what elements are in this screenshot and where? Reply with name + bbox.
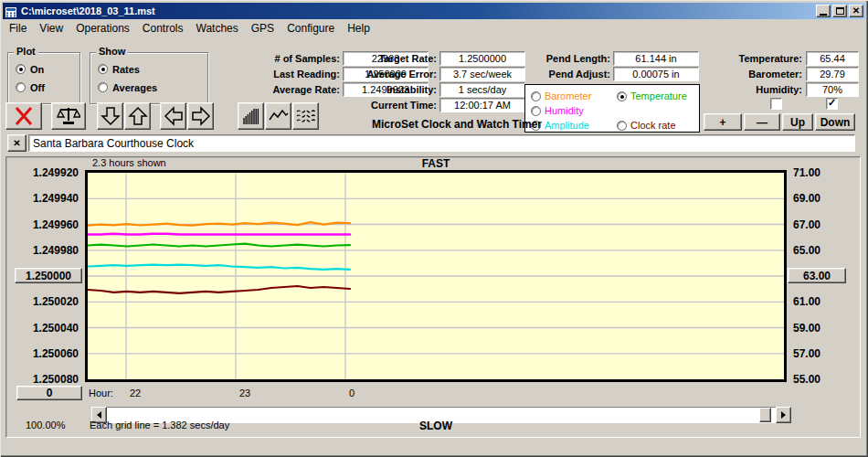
average-view-button[interactable] (292, 102, 319, 130)
minimize-button[interactable] (816, 5, 831, 17)
menu-gps[interactable]: GPS (245, 21, 281, 36)
menu-watches[interactable]: Watches (190, 21, 245, 36)
minimize-icon (820, 14, 827, 16)
humidity-label: Humidity: (708, 82, 802, 97)
radio-icon[interactable] (16, 82, 26, 92)
axis-tick-label: 1.250080 (7, 373, 79, 386)
show-group-title: Show (96, 46, 128, 57)
pend-adjust-label: Pend Adjust: (516, 67, 610, 81)
histogram-view-button[interactable] (238, 102, 264, 130)
balance-button[interactable] (51, 102, 86, 130)
menu-configure[interactable]: Configure (281, 21, 341, 36)
hour-tick-label: 23 (239, 388, 250, 399)
show-averages-radio[interactable]: Averages (98, 81, 157, 93)
chart-frame (85, 170, 787, 382)
axis-tick-label: 1.250060 (7, 347, 79, 360)
plot-on-radio[interactable]: On (16, 63, 44, 75)
zoom-level: 100.00% (26, 420, 65, 430)
left-axis-highlight-button[interactable]: 1.250000 (15, 268, 82, 283)
sensor-checkbox-2[interactable] (826, 98, 838, 110)
instability-label: Instability: (343, 82, 437, 97)
close-icon: ✕ (852, 6, 860, 16)
current-time-value: 12:00:17 AM (439, 98, 525, 112)
series-humidity-line (88, 234, 350, 235)
hour-axis-label: Hour: (89, 388, 113, 399)
pend-length-value: 61.144 in (613, 51, 699, 66)
target-rate-value: 1.2500000 (439, 51, 525, 66)
menu-operations[interactable]: Operations (69, 21, 136, 36)
series-amplitude-line (88, 265, 350, 270)
trace-option-label: Clock rate (630, 120, 676, 131)
left-triangle-icon (97, 411, 101, 419)
trace-option-label: Temperature (630, 90, 687, 101)
shift-down-button[interactable] (97, 102, 123, 130)
plus-button[interactable]: + (704, 113, 742, 131)
radio-icon[interactable] (16, 64, 26, 74)
hollow-down-arrow-icon (101, 105, 121, 127)
series-clock-rate-line (88, 286, 350, 293)
plot-group-title: Plot (14, 46, 38, 57)
menu-view[interactable]: View (33, 21, 69, 36)
axis-tick-label: 1.249920 (7, 166, 79, 179)
hour-tick-label: 0 (349, 388, 355, 399)
axis-tick-label: 1.249960 (7, 218, 79, 231)
axis-tick-label: 65.00 (793, 244, 850, 257)
microset-window: C:\microset\2018_03_11.mst ✕ File View O… (0, 0, 868, 457)
minus-button[interactable]: — (744, 113, 780, 131)
show-group: Show (90, 52, 208, 104)
radio-icon[interactable] (531, 106, 541, 116)
axis-tick-label: 61.00 (793, 295, 850, 308)
app-title: MicroSet Clock and Watch Timer (320, 118, 594, 131)
zero-button[interactable]: 0 (16, 386, 82, 400)
clear-button[interactable] (5, 102, 42, 130)
axis-tick-label: 1.250040 (7, 322, 79, 335)
hour-tick-label: 22 (130, 388, 141, 399)
rate-plot-view-button[interactable] (265, 102, 291, 130)
plot-off-radio[interactable]: Off (16, 81, 45, 93)
menu-file[interactable]: File (3, 21, 33, 36)
zigzag-line-icon (268, 105, 290, 127)
histogram-icon (240, 105, 262, 127)
radio-icon[interactable] (617, 91, 627, 101)
maximize-button[interactable] (832, 5, 847, 17)
axis-tick-label: 57.00 (793, 347, 850, 360)
radio-icon[interactable] (98, 64, 108, 74)
show-rates-radio[interactable]: Rates (98, 63, 140, 75)
wavy-lines-icon (295, 105, 317, 127)
menu-controls[interactable]: Controls (136, 21, 190, 36)
hollow-left-arrow-icon (163, 105, 185, 127)
right-triangle-icon (781, 411, 786, 419)
trace-option-clock-rate[interactable]: Clock rate (617, 119, 676, 132)
balance-scale-icon (57, 105, 80, 127)
trace-option-temperature[interactable]: Temperature (617, 90, 687, 102)
title-bar[interactable]: C:\microset\2018_03_11.mst ✕ (3, 3, 865, 19)
barometer-value: 29.79 (806, 67, 859, 81)
window-controls: ✕ (816, 5, 863, 17)
clear-name-button[interactable]: ✕ (7, 134, 26, 152)
down-button[interactable]: Down (815, 113, 855, 131)
right-axis-highlight-button[interactable]: 63.00 (788, 268, 846, 283)
sensor-checkbox-1[interactable] (770, 98, 782, 110)
menu-help[interactable]: Help (341, 21, 376, 36)
humidity-value: 70% (806, 82, 859, 97)
shift-right-button[interactable] (187, 102, 214, 130)
axis-tick-label: 59.00 (793, 322, 850, 335)
clock-name-input[interactable] (28, 134, 855, 152)
radio-icon[interactable] (531, 91, 541, 101)
radio-icon[interactable] (98, 82, 108, 92)
radio-icon[interactable] (617, 121, 627, 131)
shift-left-button[interactable] (160, 102, 186, 130)
maximize-icon (836, 7, 844, 15)
plot-group: Plot (7, 52, 80, 104)
close-button[interactable]: ✕ (849, 5, 863, 17)
trace-option-barometer[interactable]: Barometer (531, 90, 591, 102)
average-error-value: 3.7 sec/week (439, 67, 525, 81)
plot-off-label: Off (30, 82, 45, 93)
pend-length-label: Pend Length: (516, 51, 610, 66)
app-icon (5, 5, 17, 17)
axis-tick-label: 55.00 (793, 373, 850, 386)
last-reading-label: Last Reading: (247, 67, 340, 81)
shift-up-button[interactable] (124, 102, 151, 130)
up-button[interactable]: Up (782, 113, 813, 131)
trace-option-humidity[interactable]: Humidity (531, 104, 584, 117)
